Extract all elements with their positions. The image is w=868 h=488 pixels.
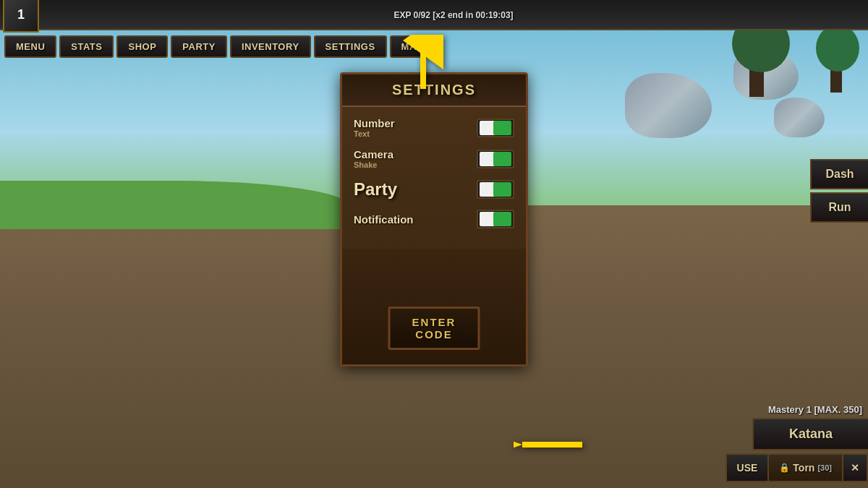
tree-canopy-2 [816, 25, 859, 72]
stats-button[interactable]: STATS [59, 35, 114, 58]
settings-button[interactable]: SETTINGS [314, 35, 387, 58]
camera-shake-label: Camera [354, 148, 393, 160]
number-text-label-group: Number Text [354, 117, 395, 138]
arrow-up-indicator [394, 35, 452, 93]
top-bar: 1 EXP 0/92 [x2 end in 00:19:03] [0, 0, 868, 30]
notification-toggle[interactable] [477, 210, 514, 228]
toggle-green-2 [493, 152, 511, 166]
close-item-button[interactable]: ✕ [843, 453, 868, 482]
camera-shake-row: Camera Shake [354, 148, 514, 169]
use-button[interactable]: USE [726, 453, 770, 482]
number-text-sublabel: Text [354, 129, 395, 138]
camera-shake-label-group: Camera Shake [354, 148, 393, 169]
number-text-toggle[interactable] [477, 119, 514, 137]
camera-shake-sublabel: Shake [354, 160, 393, 169]
lock-icon: 🔒 [779, 463, 790, 473]
dash-button[interactable]: Dash [810, 159, 868, 189]
arrow-down-indicator [514, 419, 586, 477]
item-display: 🔒 Torn [30] [769, 453, 843, 482]
toggle-green-3 [493, 182, 511, 197]
enter-code-button[interactable]: ENTER CODE [388, 307, 480, 350]
bottom-action-row: USE 🔒 Torn [30] ✕ [726, 453, 868, 482]
toggle-green-1 [493, 121, 511, 135]
settings-body: Number Text Camera Shake Party [342, 107, 526, 249]
item-count: [30] [817, 463, 832, 472]
number-text-row: Number Text [354, 117, 514, 138]
shop-button[interactable]: SHOP [116, 35, 168, 58]
settings-panel: SETTINGS Number Text Camera Shake [340, 72, 528, 367]
grass-area [0, 181, 347, 230]
mastery-text: Mastery 1 [MAX. 350] [768, 404, 862, 415]
katana-button[interactable]: Katana [752, 418, 868, 450]
toggle-green-4 [493, 212, 511, 226]
run-button[interactable]: Run [810, 192, 868, 223]
notification-label-group: Notification [354, 213, 414, 226]
bottom-right-ui: Mastery 1 [MAX. 350] Katana USE 🔒 Torn [… [726, 404, 868, 488]
notification-row: Notification [354, 210, 514, 228]
menu-button[interactable]: MENU [4, 35, 56, 58]
party-label-group: Party [354, 179, 397, 200]
party-label: Party [354, 179, 397, 200]
party-row: Party [354, 179, 514, 200]
notification-label: Notification [354, 213, 414, 226]
number-text-label: Number [354, 117, 395, 129]
nav-menu: MENU STATS SHOP PARTY INVENTORY SETTINGS… [0, 33, 439, 61]
right-action-buttons: Dash Run [810, 159, 868, 223]
exp-text: EXP 0/92 [x2 end in 00:19:03] [393, 10, 513, 20]
exp-bar-container: EXP 0/92 [x2 end in 00:19:03] [39, 8, 868, 21]
level-badge: 1 [3, 0, 39, 33]
inventory-button[interactable]: INVENTORY [230, 35, 311, 58]
camera-shake-toggle[interactable] [477, 150, 514, 168]
party-toggle[interactable] [477, 180, 514, 199]
item-name: Torn [793, 462, 814, 474]
party-button[interactable]: PARTY [171, 35, 227, 58]
